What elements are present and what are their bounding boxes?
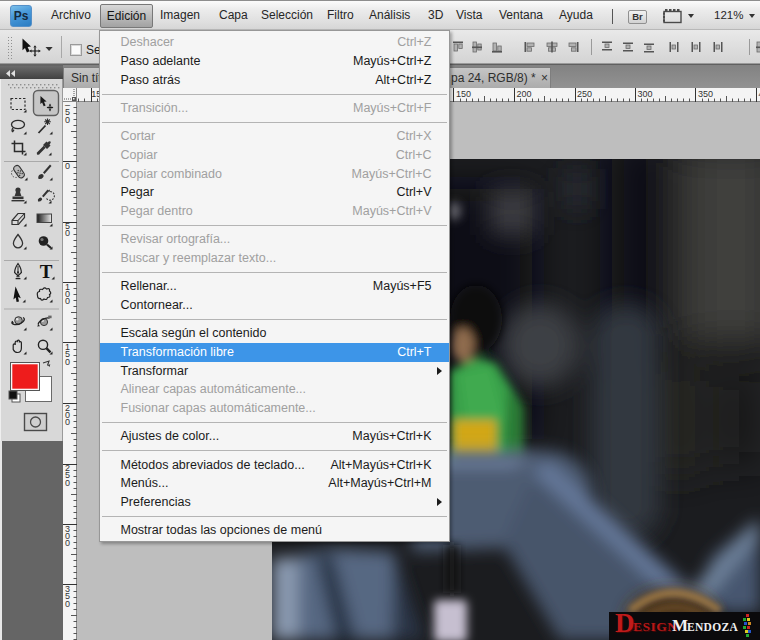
svg-text:250: 250 (577, 89, 592, 99)
svg-text:0: 0 (65, 115, 70, 125)
svg-text:200: 200 (517, 89, 532, 99)
svg-text:350: 350 (698, 89, 713, 99)
svg-text:T: T (40, 261, 53, 282)
svg-text:150: 150 (456, 89, 471, 99)
svg-text:0: 0 (65, 357, 70, 367)
svg-text:0: 0 (65, 538, 70, 548)
svg-text:0: 0 (65, 417, 70, 427)
svg-text:0: 0 (65, 228, 70, 238)
svg-text:300: 300 (638, 89, 653, 99)
svg-text:0: 0 (65, 161, 70, 171)
svg-text:0: 0 (65, 478, 70, 488)
svg-text:0: 0 (65, 599, 70, 609)
svg-text:0: 0 (65, 296, 70, 306)
